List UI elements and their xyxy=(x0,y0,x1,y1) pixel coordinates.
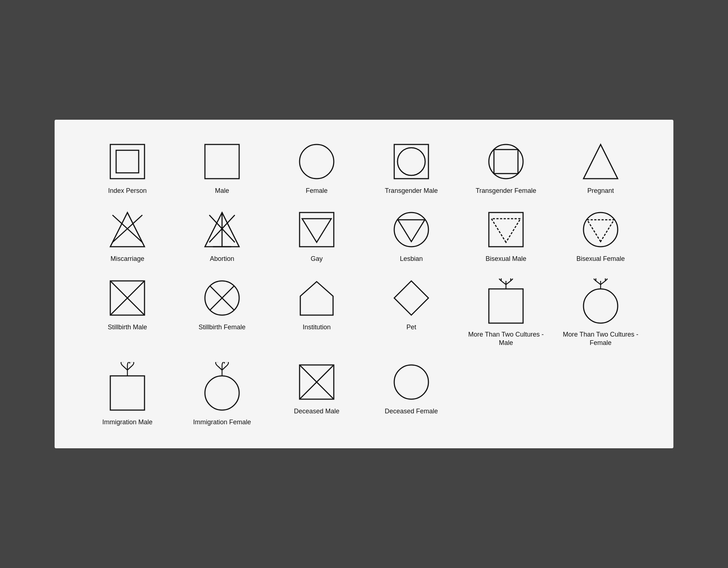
symbols-grid: Index Person Male Female Transgender Mal… xyxy=(84,142,644,426)
pet-label: Pet xyxy=(406,323,416,331)
symbol-lesbian: Lesbian xyxy=(368,210,455,263)
svg-rect-0 xyxy=(110,144,145,179)
institution-label: Institution xyxy=(302,323,331,331)
svg-line-35 xyxy=(501,281,506,285)
symbol-transgender-female: Transgender Female xyxy=(462,142,550,195)
svg-rect-2 xyxy=(205,144,239,179)
svg-marker-33 xyxy=(394,281,428,315)
female-label: Female xyxy=(306,187,328,195)
more-two-male-label: More Than Two Cultures - Male xyxy=(462,330,550,347)
abortion-icon xyxy=(202,210,242,250)
index-person-icon xyxy=(107,142,147,182)
miscarriage-icon xyxy=(107,210,147,250)
transgender-female-icon xyxy=(486,142,526,182)
symbol-institution: Institution xyxy=(273,278,360,347)
transgender-male-label: Transgender Male xyxy=(385,187,438,195)
pregnant-label: Pregnant xyxy=(587,187,614,195)
gay-label: Gay xyxy=(310,255,323,263)
symbol-immigration-female: Immigration Female xyxy=(178,362,266,426)
symbol-immigration-male: Immigration Male xyxy=(84,362,171,426)
stillbirth-female-icon xyxy=(202,278,242,318)
deceased-female-label: Deceased Female xyxy=(385,407,438,416)
svg-line-52 xyxy=(127,366,132,370)
symbol-more-two-female: More Than Two Cultures - Female xyxy=(557,278,644,347)
svg-rect-41 xyxy=(489,289,523,323)
svg-point-57 xyxy=(205,376,239,410)
stillbirth-male-label: Stillbirth Male xyxy=(108,323,147,331)
svg-rect-4 xyxy=(394,144,428,179)
symbol-miscarriage: Miscarriage xyxy=(84,210,171,263)
transgender-female-label: Transgender Female xyxy=(476,187,536,195)
more-two-female-label: More Than Two Cultures - Female xyxy=(557,330,644,347)
symbol-index-person: Index Person xyxy=(84,142,171,195)
svg-rect-7 xyxy=(494,150,518,174)
svg-line-43 xyxy=(596,281,601,285)
bisexual-male-label: Bisexual Male xyxy=(486,255,526,263)
symbol-male: Male xyxy=(178,142,266,195)
more-two-female-icon xyxy=(581,278,621,325)
bisexual-female-label: Bisexual Female xyxy=(576,255,625,263)
gay-icon xyxy=(297,210,337,250)
svg-rect-53 xyxy=(110,376,145,410)
immigration-male-label: Immigration Male xyxy=(102,418,153,426)
symbol-stillbirth-female: Stillbirth Female xyxy=(178,278,266,347)
svg-point-49 xyxy=(583,289,618,323)
deceased-male-icon xyxy=(297,362,337,402)
svg-line-36 xyxy=(506,281,511,285)
svg-point-5 xyxy=(397,148,425,175)
page: Index Person Male Female Transgender Mal… xyxy=(55,120,673,448)
svg-marker-25 xyxy=(587,220,614,242)
male-label: Male xyxy=(215,187,229,195)
bisexual-female-icon xyxy=(581,210,621,250)
svg-line-44 xyxy=(601,281,605,285)
svg-marker-21 xyxy=(398,220,425,242)
symbol-transgender-male: Transgender Male xyxy=(368,142,455,195)
svg-rect-1 xyxy=(116,150,139,173)
abortion-label: Abortion xyxy=(210,255,234,263)
svg-point-61 xyxy=(394,365,428,399)
svg-line-56 xyxy=(222,366,227,370)
male-icon xyxy=(202,142,242,182)
svg-marker-8 xyxy=(583,144,618,179)
svg-line-55 xyxy=(217,366,222,370)
pregnant-icon xyxy=(581,142,621,182)
bisexual-male-icon xyxy=(486,210,526,250)
index-person-label: Index Person xyxy=(108,187,147,195)
symbol-abortion: Abortion xyxy=(178,210,266,263)
symbol-deceased-female: Deceased Female xyxy=(368,362,455,426)
deceased-female-icon xyxy=(391,362,431,402)
immigration-female-label: Immigration Female xyxy=(193,418,251,426)
immigration-female-icon xyxy=(202,362,242,413)
symbol-pet: Pet xyxy=(368,278,455,347)
institution-icon xyxy=(297,278,337,318)
lesbian-label: Lesbian xyxy=(400,255,423,263)
stillbirth-male-icon xyxy=(107,278,147,318)
miscarriage-label: Miscarriage xyxy=(110,255,144,263)
svg-line-51 xyxy=(123,366,127,370)
stillbirth-female-label: Stillbirth Female xyxy=(198,323,245,331)
svg-point-3 xyxy=(300,144,334,179)
svg-marker-19 xyxy=(302,219,331,242)
symbol-deceased-male: Deceased Male xyxy=(273,362,360,426)
transgender-male-icon xyxy=(391,142,431,182)
deceased-male-label: Deceased Male xyxy=(294,407,339,416)
symbol-more-two-male: More Than Two Cultures - Male xyxy=(462,278,550,347)
symbol-bisexual-male: Bisexual Male xyxy=(462,210,550,263)
svg-marker-32 xyxy=(300,282,333,315)
lesbian-icon xyxy=(391,210,431,250)
svg-marker-23 xyxy=(491,219,521,242)
symbol-stillbirth-male: Stillbirth Male xyxy=(84,278,171,347)
symbol-bisexual-female: Bisexual Female xyxy=(557,210,644,263)
more-two-male-icon xyxy=(486,278,526,325)
symbol-pregnant: Pregnant xyxy=(557,142,644,195)
immigration-male-icon xyxy=(107,362,147,413)
symbol-female: Female xyxy=(273,142,360,195)
symbol-gay: Gay xyxy=(273,210,360,263)
female-icon xyxy=(297,142,337,182)
pet-icon xyxy=(391,278,431,318)
